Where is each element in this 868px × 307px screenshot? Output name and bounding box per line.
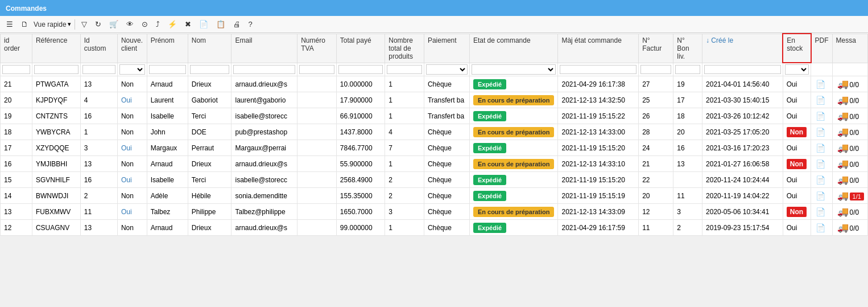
nouveau-client-value: Non: [121, 80, 134, 88]
filter-id-customer-input[interactable]: [82, 65, 115, 74]
help-btn[interactable]: ?: [246, 18, 255, 30]
col-maj-etat[interactable]: Màj état commande: [558, 34, 639, 63]
eye-btn[interactable]: 👁: [123, 18, 137, 30]
truck-button[interactable]: 🚚: [836, 158, 850, 170]
lightning-btn[interactable]: ⚡: [165, 18, 180, 30]
col-nouveau-client[interactable]: Nouve.client: [117, 34, 147, 63]
x-btn[interactable]: ✖: [182, 18, 194, 30]
col-pdf[interactable]: PDF: [811, 34, 833, 63]
pdf-button[interactable]: 📄: [815, 207, 826, 217]
filter-total-input[interactable]: [338, 65, 383, 74]
pdf-button[interactable]: 📄: [815, 95, 826, 105]
filter-paiement-select[interactable]: [426, 64, 468, 75]
truck-button[interactable]: 🚚: [836, 110, 850, 122]
refresh-btn[interactable]: ↻: [92, 18, 104, 30]
pdf-button[interactable]: 📄: [815, 79, 826, 89]
pdf-button[interactable]: 📄: [815, 175, 826, 185]
col-etat-commande[interactable]: Etat de commande: [469, 34, 558, 63]
col-en-stock[interactable]: Enstock: [783, 34, 811, 63]
col-prenom[interactable]: Prénom: [147, 34, 188, 63]
filter-n-facture-input[interactable]: [640, 65, 671, 74]
truck-button[interactable]: 🚚: [836, 126, 850, 138]
pdf-button[interactable]: 📄: [815, 159, 826, 169]
up-btn[interactable]: ⤴: [153, 18, 163, 30]
col-email[interactable]: Email: [232, 34, 297, 63]
filter-email[interactable]: [232, 63, 297, 76]
table-row[interactable]: 15SGVNHILF16OuiIsabelleTerciisabelle@sto…: [1, 172, 868, 188]
pdf-button[interactable]: 📄: [815, 127, 826, 137]
view-dropdown[interactable]: Vue rapide ▾: [34, 21, 71, 28]
filter-cree-le[interactable]: [702, 63, 783, 76]
doc2-btn[interactable]: 📄: [196, 18, 211, 30]
clipboard-btn[interactable]: 📋: [213, 18, 228, 30]
filter-en-stock[interactable]: OuiNon: [783, 63, 811, 76]
filter-nouveau-client[interactable]: OuiNon: [117, 63, 147, 76]
truck-button[interactable]: 🚚: [836, 190, 850, 202]
col-paiement[interactable]: Paiement: [424, 34, 469, 63]
filter-en-stock-select[interactable]: OuiNon: [785, 64, 809, 75]
circle-btn[interactable]: ⊙: [139, 18, 151, 30]
filter-maj-etat[interactable]: [558, 63, 639, 76]
pdf-button[interactable]: 📄: [815, 143, 826, 153]
pdf-button[interactable]: 📄: [815, 111, 826, 121]
filter-n-bon-liv-input[interactable]: [675, 65, 700, 74]
table-row[interactable]: 16YMJIBBHI13NonArnaudDrieuxarnaud.drieux…: [1, 156, 868, 172]
print-btn[interactable]: 🖨: [230, 18, 243, 30]
col-n-bon-liv[interactable]: N°Bonliv.: [673, 34, 702, 63]
col-id-customer[interactable]: Idcustom: [80, 34, 117, 63]
table-row[interactable]: 14BWNWDJI2NonAdèleHébilesonia.demenditte…: [1, 188, 868, 204]
table-row[interactable]: 19CNTZNTS16NonIsabelleTerciisabelle@stor…: [1, 108, 868, 124]
table-row[interactable]: 21PTWGATA13NonArnaudDrieuxarnaud.drieux@…: [1, 76, 868, 92]
filter-nom[interactable]: [188, 63, 232, 76]
filter-reference-input[interactable]: [34, 65, 78, 74]
filter-n-bon-liv[interactable]: [673, 63, 702, 76]
filter-id-order[interactable]: [1, 63, 32, 76]
truck-button[interactable]: 🚚: [836, 222, 850, 234]
col-total-paye[interactable]: Total payé: [336, 34, 385, 63]
filter-btn[interactable]: ▽: [78, 18, 90, 30]
col-cree-le[interactable]: ↓ Créé le: [702, 34, 783, 63]
filter-nom-input[interactable]: [190, 65, 230, 74]
filter-email-input[interactable]: [233, 65, 295, 74]
doc-icon[interactable]: 🗋: [18, 18, 31, 30]
view-dropdown-arrow[interactable]: ▾: [68, 21, 71, 28]
filter-prenom-input[interactable]: [149, 65, 186, 74]
filter-reference[interactable]: [32, 63, 80, 76]
filter-prenom[interactable]: [147, 63, 188, 76]
table-row[interactable]: 13FUBXMWV11OuiTalbezPhilippeTalbez@phili…: [1, 204, 868, 220]
pdf-button[interactable]: 📄: [815, 223, 826, 233]
pdf-button[interactable]: 📄: [815, 191, 826, 201]
filter-maj-etat-input[interactable]: [560, 65, 636, 74]
filter-etat-select[interactable]: [472, 64, 556, 75]
filter-id-customer[interactable]: [80, 63, 117, 76]
filter-etat[interactable]: [469, 63, 558, 76]
filter-total[interactable]: [336, 63, 385, 76]
truck-button[interactable]: 🚚: [836, 142, 850, 154]
col-message[interactable]: Messa: [832, 34, 867, 63]
filter-paiement[interactable]: [424, 63, 469, 76]
filter-produits[interactable]: [385, 63, 424, 76]
truck-button[interactable]: 🚚: [836, 206, 850, 218]
table-row[interactable]: 17XZYDQQE3OuiMargauxPerrautMargaux@perra…: [1, 140, 868, 156]
col-numero-tva[interactable]: NuméroTVA: [297, 34, 337, 63]
col-nombre-produits[interactable]: Nombretotal deproduits: [385, 34, 424, 63]
truck-button[interactable]: 🚚: [836, 78, 850, 90]
col-reference[interactable]: Référence: [32, 34, 80, 63]
cart-btn[interactable]: 🛒: [106, 18, 121, 30]
truck-button[interactable]: 🚚: [836, 174, 850, 186]
col-n-facture[interactable]: N°Factur: [639, 34, 673, 63]
table-row[interactable]: 12CSUAGNV13NonArnaudDrieuxarnaud.drieux@…: [1, 220, 868, 236]
table-row[interactable]: 18YWBYCRA1NonJohnDOEpub@prestashop1437.8…: [1, 124, 868, 140]
filter-produits-input[interactable]: [387, 65, 422, 74]
filter-nouveau-client-select[interactable]: OuiNon: [119, 64, 145, 75]
filter-cree-le-input[interactable]: [704, 65, 781, 74]
filter-tva-input[interactable]: [299, 65, 334, 74]
menu-btn[interactable]: ☰: [3, 18, 16, 30]
truck-button[interactable]: 🚚: [836, 94, 850, 106]
filter-id-order-input[interactable]: [2, 65, 30, 74]
filter-tva[interactable]: [297, 63, 337, 76]
filter-n-facture[interactable]: [639, 63, 673, 76]
table-row[interactable]: 20KJPDYQF4OuiLaurentGaboriotlaurent@gabo…: [1, 92, 868, 108]
col-id-order[interactable]: idorder: [1, 34, 32, 63]
col-nom[interactable]: Nom: [188, 34, 232, 63]
